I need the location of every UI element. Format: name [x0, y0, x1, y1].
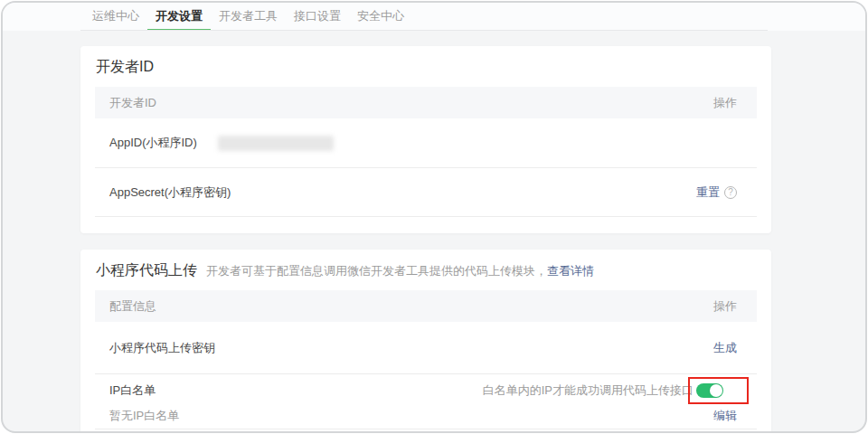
screenshot-frame: 运维中心 开发设置 开发者工具 接口设置 安全中心 开发者ID 开发者ID 操作… [1, 1, 867, 433]
code-upload-table-header: 配置信息 操作 [95, 290, 757, 322]
config-info-header-action: 操作 [713, 298, 737, 315]
developer-id-table-header: 开发者ID 操作 [95, 87, 757, 118]
reset-appsecret-button[interactable]: 重置 [696, 184, 720, 201]
developer-id-header-label: 开发者ID [109, 95, 156, 111]
appsecret-label: AppSecret(小程序密钥) [109, 184, 231, 201]
developer-id-card: 开发者ID 开发者ID 操作 AppID(小程序ID) AppSecret(小程… [80, 46, 771, 233]
top-tab-bar: 运维中心 开发设置 开发者工具 接口设置 安全中心 [3, 3, 865, 31]
tab-development-settings[interactable]: 开发设置 [147, 3, 211, 31]
toggle-knob-icon [710, 384, 722, 397]
ip-whitelist-row: IP白名单 白名单内的IP才能成功调用代码上传接口 暂无IP白名单 编辑 [95, 373, 757, 429]
ip-whitelist-toggle[interactable] [696, 383, 723, 398]
tab-operations-center[interactable]: 运维中心 [84, 3, 147, 31]
config-info-header-label: 配置信息 [109, 298, 156, 315]
code-upload-card: 小程序代码上传 开发者可基于配置信息调用微信开发者工具提供的代码上传模块， 查看… [80, 250, 771, 433]
edit-whitelist-button[interactable]: 编辑 [713, 408, 737, 424]
appid-label: AppID(小程序ID) [109, 135, 197, 151]
code-upload-description: 开发者可基于配置信息调用微信开发者工具提供的代码上传模块， [206, 263, 547, 279]
appid-value-redacted [218, 136, 334, 151]
tab-list: 运维中心 开发设置 开发者工具 接口设置 安全中心 [84, 3, 412, 31]
tab-api-settings[interactable]: 接口设置 [286, 3, 349, 31]
developer-id-header-action: 操作 [713, 95, 737, 111]
developer-id-title-row: 开发者ID [80, 46, 771, 87]
developer-id-title: 开发者ID [96, 58, 154, 77]
upload-key-row: 小程序代码上传密钥 生成 [95, 322, 757, 373]
upload-key-label: 小程序代码上传密钥 [109, 340, 215, 356]
tab-security-center[interactable]: 安全中心 [349, 3, 412, 31]
highlight-box [688, 377, 749, 404]
appsecret-row: AppSecret(小程序密钥) 重置 ? [95, 167, 757, 216]
code-upload-title: 小程序代码上传 [96, 261, 197, 280]
code-upload-title-row: 小程序代码上传 开发者可基于配置信息调用微信开发者工具提供的代码上传模块， 查看… [80, 250, 771, 290]
view-details-link[interactable]: 查看详情 [547, 263, 594, 279]
tab-developer-tools[interactable]: 开发者工具 [211, 3, 286, 31]
ip-whitelist-label: IP白名单 [109, 382, 156, 399]
ip-whitelist-empty-text: 暂无IP白名单 [109, 408, 179, 424]
tab-bar-divider [80, 30, 768, 31]
help-icon[interactable]: ? [724, 186, 737, 199]
ip-whitelist-note: 白名单内的IP才能成功调用代码上传接口 [483, 382, 693, 399]
generate-key-button[interactable]: 生成 [713, 340, 737, 356]
developer-id-card-footer [95, 216, 757, 233]
appid-row: AppID(小程序ID) [95, 118, 757, 167]
